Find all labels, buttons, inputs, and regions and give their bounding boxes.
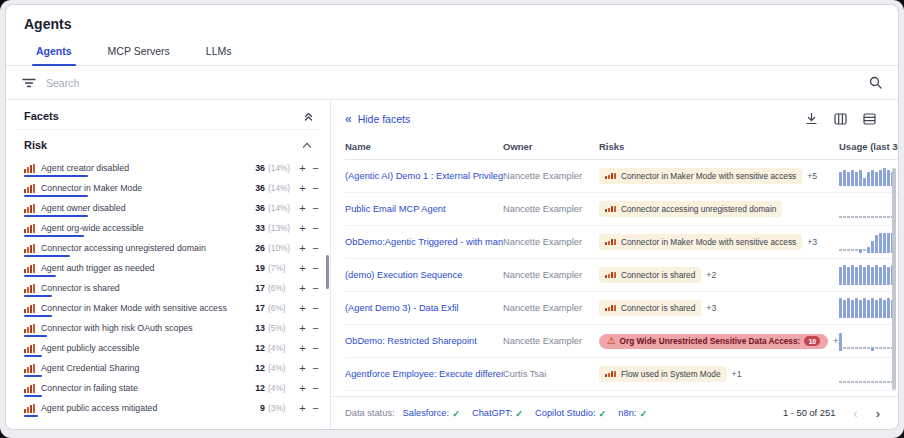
facet-include-button[interactable]: + [296,283,309,294]
facet-include-button[interactable]: + [296,303,309,314]
page-title: Agents [6,5,898,37]
risk-meter-icon [24,364,35,373]
facet-item[interactable]: Agent owner disabled 36 (14%) + − [16,198,322,218]
risk-badge[interactable]: Connector in Maker Mode with sensitive a… [599,168,802,184]
columns-icon[interactable] [834,113,847,125]
facet-include-button[interactable]: + [296,263,309,274]
table-scrollbar[interactable] [892,168,896,390]
facet-item[interactable]: Connector in Maker Mode with sensitive a… [16,298,322,318]
facet-exclude-button[interactable]: − [309,403,322,414]
prev-page-button[interactable]: ‹ [853,407,857,420]
data-source-status[interactable]: Copilot Studio: ✓ [535,408,606,419]
table-row[interactable]: (demo) Execution Sequence Nancette Examp… [345,259,898,292]
facet-exclude-button[interactable]: − [309,283,322,294]
agent-name-link[interactable]: Agentforce Employee: Execute different t… [345,369,503,379]
facet-include-button[interactable]: + [296,383,309,394]
risk-badge[interactable]: Connector in Maker Mode with sensitive a… [599,234,802,250]
table-row[interactable]: Public Email MCP Agent Nancette Exampler… [345,193,898,226]
search-icon[interactable] [869,76,882,89]
facet-item[interactable]: Connector in failing state 12 (4%) + − [16,378,322,398]
usage-cell [839,199,898,220]
download-icon[interactable] [805,112,818,125]
facet-percent: (14%) [268,163,296,173]
facet-item[interactable]: Connector is shared 17 (6%) + − [16,278,322,298]
table-row[interactable]: ObDemo:Agentic Triggered - with manual r… [345,226,898,259]
risk-meter-icon [24,224,35,233]
hide-facets-button[interactable]: « Hide facets [345,113,410,125]
column-header-usage[interactable]: Usage (last 30 d [839,141,898,152]
facet-proportion-bar [24,295,52,297]
agent-name-link[interactable]: (Agentic AI) Demo 1 : External Privilege [345,171,503,181]
facet-percent: (13%) [268,223,296,233]
data-source-status[interactable]: n8n: ✓ [618,408,647,419]
facet-exclude-button[interactable]: − [309,203,322,214]
risk-meter-icon [605,371,616,377]
facets-scrollbar[interactable] [326,255,330,289]
risk-section-header[interactable]: Risk [16,130,322,158]
facet-include-button[interactable]: + [296,363,309,374]
agent-name-link[interactable]: Public Email MCP Agent [345,204,503,214]
facet-label: Agent publicly accessible [41,343,245,353]
facet-exclude-button[interactable]: − [309,263,322,274]
risk-meter-icon [24,284,35,293]
risk-badge[interactable]: Connector is shared [599,267,701,283]
facet-exclude-button[interactable]: − [309,343,322,354]
facet-item[interactable]: Connector accessing unregistered domain … [16,238,322,258]
facet-exclude-button[interactable]: − [309,183,322,194]
facet-item[interactable]: Connector in Maker Mode 36 (14%) + − [16,178,322,198]
agent-name-link[interactable]: ObDemo: Restricted Sharepoint [345,336,503,346]
facet-label: Connector in failing state [41,383,245,393]
facet-exclude-button[interactable]: − [309,223,322,234]
table-row[interactable]: Agentforce Employee: Execute different t… [345,358,898,391]
tab-mcp-servers[interactable]: MCP Servers [106,37,172,65]
next-page-button[interactable]: › [876,407,880,420]
facet-exclude-button[interactable]: − [309,323,322,334]
facet-count: 19 [251,263,265,273]
facet-item[interactable]: Agent public access mitigated 9 (3%) + − [16,398,322,418]
facet-exclude-button[interactable]: − [309,303,322,314]
facet-item[interactable]: Agent creator disabled 36 (14%) + − [16,158,322,178]
facet-item[interactable]: Agent org-wide accessible 33 (13%) + − [16,218,322,238]
facet-include-button[interactable]: + [296,343,309,354]
table-row[interactable]: (Agentic AI) Demo 1 : External Privilege… [345,160,898,193]
data-source-status[interactable]: ChatGPT: ✓ [472,408,523,419]
facet-include-button[interactable]: + [296,163,309,174]
facet-include-button[interactable]: + [296,183,309,194]
risk-badge[interactable]: Connector accessing unregistered domain [599,201,782,217]
risk-badge[interactable]: Flow used in System Mode [599,366,727,382]
tab-llms[interactable]: LLMs [204,37,234,65]
facet-exclude-button[interactable]: − [309,243,322,254]
agent-name-link[interactable]: ObDemo:Agentic Triggered - with manual r [345,237,503,247]
main-panel: « Hide facets Name Owner Risks Usage ( [331,100,898,429]
filter-icon[interactable] [22,77,36,89]
tab-agents[interactable]: Agents [34,37,74,65]
risk-badge[interactable]: ⚠ Org Wide Unrestricted Sensitive Data A… [599,334,828,349]
risk-badge[interactable]: Connector is shared [599,300,701,316]
column-header-name[interactable]: Name [345,141,503,152]
facet-item[interactable]: Agent publicly accessible 12 (4%) + − [16,338,322,358]
owner-cell: Nancette Exampler [503,336,599,346]
table-row[interactable]: (Agent Demo 3) - Data Exfil Nancette Exa… [345,292,898,325]
data-source-status[interactable]: Salesforce: ✓ [403,408,460,419]
agent-name-link[interactable]: (Agent Demo 3) - Data Exfil [345,303,503,313]
table-row[interactable]: ObDemo: Restricted Sharepoint Nancette E… [345,325,898,358]
facet-include-button[interactable]: + [296,223,309,234]
column-header-risks[interactable]: Risks [599,141,839,152]
facet-label: Connector in Maker Mode [41,183,245,193]
facet-include-button[interactable]: + [296,203,309,214]
table-view-icon[interactable] [863,113,876,125]
check-icon: ✓ [639,408,647,419]
facet-include-button[interactable]: + [296,403,309,414]
facet-item[interactable]: Agent auth trigger as needed 19 (7%) + − [16,258,322,278]
agent-name-link[interactable]: (demo) Execution Sequence [345,270,503,280]
facet-exclude-button[interactable]: − [309,363,322,374]
facet-item[interactable]: Connector with high risk OAuth scopes 13… [16,318,322,338]
facet-include-button[interactable]: + [296,323,309,334]
facet-item[interactable]: Agent Credential Sharing 12 (4%) + − [16,358,322,378]
facet-exclude-button[interactable]: − [309,163,322,174]
search-input[interactable] [46,77,859,89]
facet-include-button[interactable]: + [296,243,309,254]
facet-exclude-button[interactable]: − [309,383,322,394]
collapse-facets-icon[interactable] [303,111,314,122]
column-header-owner[interactable]: Owner [503,141,599,152]
